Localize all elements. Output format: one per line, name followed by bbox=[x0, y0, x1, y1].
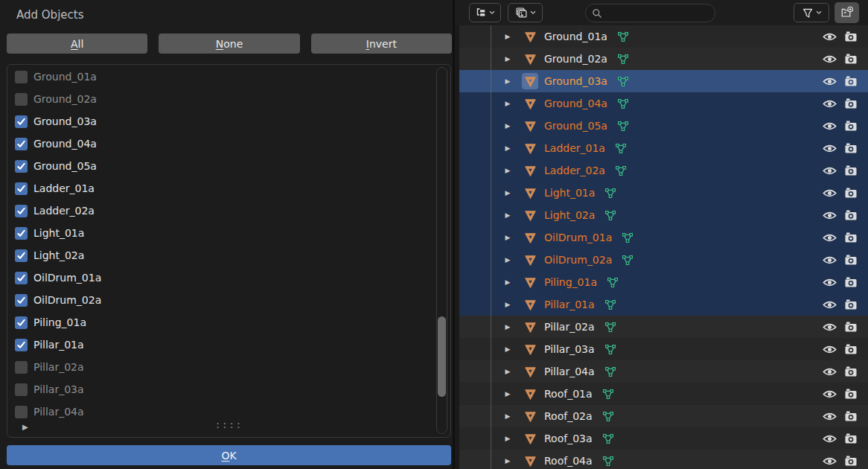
checkbox[interactable] bbox=[15, 182, 28, 195]
checkbox[interactable] bbox=[15, 294, 28, 307]
hide-in-viewport-eye-icon[interactable] bbox=[822, 456, 837, 466]
hide-in-viewport-eye-icon[interactable] bbox=[822, 434, 837, 444]
outliner-row[interactable]: ▶ Light_02a bbox=[459, 204, 868, 226]
ok-button[interactable]: OK bbox=[7, 445, 451, 465]
expand-arrow-icon[interactable]: ▶ bbox=[502, 159, 513, 182]
outliner-row[interactable]: ▶ Pillar_01a bbox=[459, 293, 868, 316]
hide-in-viewport-eye-icon[interactable] bbox=[822, 166, 837, 176]
expand-arrow-icon[interactable]: ▶ bbox=[502, 450, 513, 469]
expand-arrow-icon[interactable]: ▶ bbox=[502, 316, 513, 338]
outliner-row[interactable]: ▶ Light_01a bbox=[459, 182, 868, 204]
disable-in-renders-camera-icon[interactable] bbox=[844, 142, 858, 154]
checkbox[interactable] bbox=[15, 115, 28, 128]
hide-in-viewport-eye-icon[interactable] bbox=[822, 77, 837, 86]
outliner-row[interactable]: ▶ Roof_04a bbox=[459, 450, 868, 469]
expand-arrow-icon[interactable]: ▶ bbox=[502, 137, 513, 159]
checkbox[interactable] bbox=[15, 361, 28, 374]
resize-grip[interactable]: :::: bbox=[7, 420, 450, 430]
hide-in-viewport-eye-icon[interactable] bbox=[822, 54, 837, 64]
outliner-row[interactable]: ▶ Ladder_01a bbox=[459, 137, 868, 159]
hide-in-viewport-eye-icon[interactable] bbox=[822, 32, 837, 42]
outliner-row[interactable]: ▶ Pillar_04a bbox=[459, 360, 868, 383]
checkbox[interactable] bbox=[15, 249, 28, 262]
checkbox[interactable] bbox=[15, 272, 28, 284]
checklist-item[interactable]: Pillar_02a bbox=[7, 356, 433, 378]
expand-arrow-icon[interactable]: ▶ bbox=[502, 70, 513, 92]
hide-in-viewport-eye-icon[interactable] bbox=[822, 121, 837, 131]
search-box[interactable] bbox=[585, 4, 715, 22]
hide-in-viewport-eye-icon[interactable] bbox=[822, 188, 837, 198]
disable-in-renders-camera-icon[interactable] bbox=[844, 53, 858, 65]
outliner-row[interactable]: ▶ Ground_01a bbox=[459, 25, 868, 48]
checklist-item[interactable]: Light_02a bbox=[7, 244, 433, 267]
disable-in-renders-camera-icon[interactable] bbox=[844, 299, 858, 310]
checkbox[interactable] bbox=[15, 71, 28, 83]
disable-in-renders-camera-icon[interactable] bbox=[844, 321, 858, 333]
expand-arrow-icon[interactable]: ▶ bbox=[502, 427, 513, 450]
outliner-row[interactable]: ▶ Roof_02a bbox=[459, 405, 868, 427]
disable-in-renders-camera-icon[interactable] bbox=[844, 232, 858, 243]
disable-in-renders-camera-icon[interactable] bbox=[844, 31, 858, 42]
invert-button[interactable]: Invert bbox=[311, 34, 452, 54]
checkbox[interactable] bbox=[15, 93, 28, 106]
outliner-row[interactable]: ▶ Pillar_02a bbox=[459, 316, 868, 338]
outliner-row[interactable]: ▶ Ladder_02a bbox=[459, 159, 868, 182]
new-collection-button[interactable] bbox=[835, 2, 859, 23]
scrollbar-thumb[interactable] bbox=[438, 316, 446, 397]
hide-in-viewport-eye-icon[interactable] bbox=[822, 412, 837, 421]
disable-in-renders-camera-icon[interactable] bbox=[844, 433, 858, 444]
hide-in-viewport-eye-icon[interactable] bbox=[822, 322, 837, 332]
checklist-item[interactable]: OilDrum_01a bbox=[7, 267, 433, 289]
outliner-row[interactable]: ▶ Roof_01a bbox=[459, 383, 868, 405]
expand-arrow-icon[interactable]: ▶ bbox=[502, 204, 513, 226]
checkbox[interactable] bbox=[15, 316, 28, 329]
editor-type-dropdown[interactable] bbox=[469, 3, 501, 22]
outliner-row[interactable]: ▶ Roof_03a bbox=[459, 427, 868, 450]
outliner-row[interactable]: ▶ OilDrum_01a bbox=[459, 226, 868, 249]
expand-arrow-icon[interactable]: ▶ bbox=[502, 25, 513, 48]
search-input[interactable] bbox=[607, 7, 703, 19]
disable-in-renders-camera-icon[interactable] bbox=[844, 209, 858, 221]
hide-in-viewport-eye-icon[interactable] bbox=[822, 278, 837, 287]
hide-in-viewport-eye-icon[interactable] bbox=[822, 211, 837, 220]
disable-in-renders-camera-icon[interactable] bbox=[844, 276, 858, 288]
checkbox[interactable] bbox=[15, 205, 28, 217]
all-button[interactable]: All bbox=[7, 34, 147, 54]
checkbox[interactable] bbox=[15, 406, 28, 418]
checklist-item[interactable]: Ground_03a bbox=[7, 110, 433, 133]
outliner-row[interactable]: ▶ Ground_05a bbox=[459, 115, 868, 137]
checklist-item[interactable]: Ground_04a bbox=[7, 133, 433, 155]
expand-arrow-icon[interactable]: ▶ bbox=[502, 383, 513, 405]
none-button[interactable]: None bbox=[159, 34, 299, 54]
disable-in-renders-camera-icon[interactable] bbox=[844, 388, 858, 400]
outliner-row[interactable]: ▶ Ground_03a bbox=[459, 70, 868, 92]
checkbox[interactable] bbox=[15, 339, 28, 351]
outliner-row[interactable]: ▶ OilDrum_02a bbox=[459, 249, 868, 271]
hide-in-viewport-eye-icon[interactable] bbox=[822, 233, 837, 243]
expand-arrow-icon[interactable]: ▶ bbox=[502, 271, 513, 293]
checklist-item[interactable]: Ground_01a bbox=[7, 66, 433, 88]
disable-in-renders-camera-icon[interactable] bbox=[844, 187, 858, 199]
hide-in-viewport-eye-icon[interactable] bbox=[822, 144, 837, 153]
checkbox[interactable] bbox=[15, 138, 28, 150]
disable-in-renders-camera-icon[interactable] bbox=[844, 75, 858, 87]
disable-in-renders-camera-icon[interactable] bbox=[844, 366, 858, 377]
disable-in-renders-camera-icon[interactable] bbox=[844, 455, 858, 467]
disable-in-renders-camera-icon[interactable] bbox=[844, 98, 858, 109]
display-mode-dropdown[interactable] bbox=[508, 3, 543, 22]
checklist-item[interactable]: OilDrum_02a bbox=[7, 289, 433, 311]
checkbox[interactable] bbox=[15, 160, 28, 173]
outliner-row[interactable]: ▶ Pillar_03a bbox=[459, 338, 868, 360]
disable-in-renders-camera-icon[interactable] bbox=[844, 120, 858, 132]
checkbox[interactable] bbox=[15, 227, 28, 240]
checklist-item[interactable]: Ladder_01a bbox=[7, 177, 433, 200]
expand-arrow-icon[interactable]: ▶ bbox=[502, 182, 513, 204]
disable-in-renders-camera-icon[interactable] bbox=[844, 410, 858, 422]
checklist-item[interactable]: Ground_05a bbox=[7, 155, 433, 177]
checklist-item[interactable]: Ground_02a bbox=[7, 88, 433, 110]
checklist-item[interactable]: Pillar_03a bbox=[7, 378, 433, 401]
hide-in-viewport-eye-icon[interactable] bbox=[822, 389, 837, 399]
expand-arrow-icon[interactable]: ▶ bbox=[502, 48, 513, 70]
filter-dropdown[interactable] bbox=[794, 3, 829, 22]
expand-arrow-icon[interactable]: ▶ bbox=[502, 293, 513, 316]
